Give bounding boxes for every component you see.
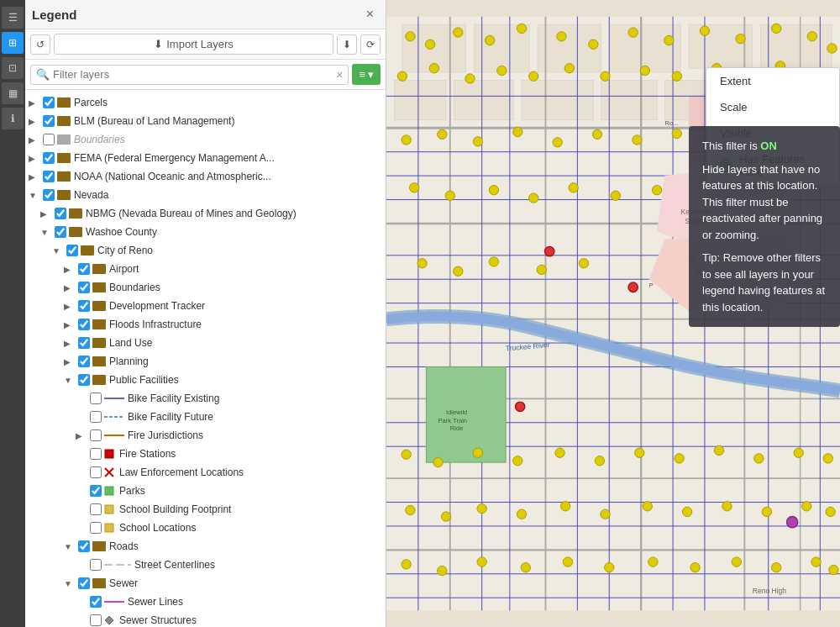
list-item[interactable]: Washoe County: [25, 223, 386, 241]
layer-checkbox[interactable]: [78, 577, 90, 589]
layer-checkbox[interactable]: [90, 393, 102, 404]
sidebar-info-btn[interactable]: ℹ: [2, 108, 24, 129]
list-item[interactable]: Boundaries: [25, 278, 386, 297]
layer-checkbox[interactable]: [78, 540, 90, 552]
list-item[interactable]: Planning: [25, 352, 386, 371]
layer-checkbox[interactable]: [43, 115, 55, 127]
list-item[interactable]: Sewer Structures: [25, 611, 386, 627]
refresh-icon: ↺: [36, 39, 45, 50]
layer-checkbox[interactable]: [78, 300, 90, 312]
filter-btn[interactable]: ≡ ▾: [352, 64, 381, 85]
chevron-icon[interactable]: [29, 98, 40, 108]
chevron-icon[interactable]: [29, 117, 40, 126]
layer-checkbox[interactable]: [90, 411, 102, 423]
svg-point-151: [826, 507, 835, 516]
list-item[interactable]: Airport: [25, 260, 386, 278]
layer-checkbox[interactable]: [43, 97, 55, 108]
layer-checkbox[interactable]: [43, 171, 55, 182]
chevron-icon[interactable]: [40, 209, 52, 219]
layer-checkbox[interactable]: [90, 522, 102, 534]
list-item[interactable]: NBMG (Nevada Bureau of Mines and Geology…: [25, 204, 386, 223]
layer-checkbox[interactable]: [90, 559, 102, 571]
layer-checkbox[interactable]: [90, 596, 102, 608]
chevron-icon[interactable]: [52, 246, 64, 256]
chevron-icon[interactable]: [76, 431, 87, 440]
layer-symbol: [104, 431, 124, 440]
layer-checkbox[interactable]: [90, 429, 102, 441]
chevron-icon[interactable]: [64, 542, 76, 551]
list-item[interactable]: Sewer Lines: [25, 593, 386, 611]
chevron-icon[interactable]: [64, 302, 76, 311]
layer-checkbox[interactable]: [90, 503, 102, 515]
import-layers-btn[interactable]: ⬇ Import Layers: [54, 34, 333, 55]
layer-checkbox[interactable]: [43, 134, 55, 145]
chevron-icon[interactable]: [64, 579, 76, 588]
sidebar-layers-btn[interactable]: ⊞: [2, 32, 24, 54]
chevron-icon[interactable]: [29, 135, 40, 145]
list-item[interactable]: City of Reno: [25, 241, 386, 260]
layer-checkbox[interactable]: [43, 189, 55, 201]
chevron-icon[interactable]: [64, 283, 76, 292]
layer-checkbox[interactable]: [90, 614, 102, 626]
svg-point-149: [762, 507, 771, 516]
list-item[interactable]: Parcels: [25, 93, 386, 112]
chevron-icon[interactable]: [64, 339, 76, 348]
layer-checkbox[interactable]: [78, 374, 90, 386]
list-item[interactable]: Fire Stations: [25, 445, 386, 463]
list-item[interactable]: Parks: [25, 482, 386, 500]
layer-checkbox[interactable]: [78, 356, 90, 367]
chevron-icon[interactable]: [64, 376, 76, 385]
list-item[interactable]: Nevada: [25, 186, 386, 204]
sidebar-table-btn[interactable]: ▦: [2, 82, 24, 104]
layer-checkbox[interactable]: [78, 319, 90, 330]
list-item[interactable]: NOAA (National Oceanic and Atmospheric..…: [25, 167, 386, 186]
chevron-icon[interactable]: [29, 172, 40, 182]
list-item[interactable]: School Building Footprint: [25, 500, 386, 519]
map-area[interactable]: Truckee River Idlewild Park Train Ride K…: [386, 0, 840, 627]
list-item[interactable]: Street Centerlines: [25, 556, 386, 574]
legend-close-btn[interactable]: ×: [361, 5, 379, 24]
list-item[interactable]: Bike Facility Existing: [25, 389, 386, 408]
search-input[interactable]: [53, 68, 336, 81]
list-item[interactable]: Development Tracker: [25, 297, 386, 315]
layer-checkbox[interactable]: [90, 448, 102, 460]
list-item[interactable]: School Locations: [25, 519, 386, 537]
layer-checkbox[interactable]: [55, 226, 66, 238]
layer-checkbox[interactable]: [78, 282, 90, 293]
list-item[interactable]: Sewer: [25, 574, 386, 593]
list-item[interactable]: Land Use: [25, 334, 386, 352]
list-item[interactable]: FEMA (Federal Emergency Management A...: [25, 149, 386, 167]
layer-checkbox[interactable]: [66, 245, 78, 256]
list-item[interactable]: Law Enforcement Locations: [25, 463, 386, 482]
filter-option-scale[interactable]: Scale: [706, 94, 839, 120]
chevron-icon[interactable]: [29, 191, 40, 200]
chevron-icon[interactable]: [64, 320, 76, 329]
chevron-icon[interactable]: [64, 265, 76, 274]
sync-btn[interactable]: ⟳: [360, 34, 381, 55]
list-item[interactable]: Fire Jurisdictions: [25, 426, 386, 445]
layer-checkbox[interactable]: [43, 152, 55, 164]
chevron-icon[interactable]: [29, 154, 40, 163]
search-clear-btn[interactable]: ×: [336, 68, 343, 82]
sidebar-menu-btn[interactable]: ☰: [2, 7, 24, 29]
list-item[interactable]: Public Facilities: [25, 371, 386, 389]
svg-point-142: [477, 503, 486, 513]
sidebar-icons: ☰ ⊞ ⊡ ▦ ℹ: [0, 0, 25, 627]
list-item[interactable]: BLM (Bureau of Land Management): [25, 112, 386, 130]
chevron-icon[interactable]: [40, 228, 52, 237]
list-item[interactable]: Floods Infrastructure: [25, 315, 386, 334]
layer-checkbox[interactable]: [90, 466, 102, 478]
filter-option-extent[interactable]: Extent: [706, 68, 839, 94]
list-item[interactable]: Boundaries: [25, 130, 386, 149]
layer-checkbox[interactable]: [78, 337, 90, 349]
filter-tooltip: This filter is ON Hide layers that have …: [689, 126, 840, 327]
extra-download-btn[interactable]: ⬇: [337, 34, 357, 55]
layer-checkbox[interactable]: [78, 263, 90, 275]
refresh-btn[interactable]: ↺: [30, 34, 50, 55]
layer-checkbox[interactable]: [90, 485, 102, 497]
list-item[interactable]: Roads: [25, 537, 386, 556]
sidebar-search-btn[interactable]: ⊡: [2, 57, 24, 79]
chevron-icon[interactable]: [64, 357, 76, 366]
list-item[interactable]: Bike Facility Future: [25, 408, 386, 426]
layer-checkbox[interactable]: [55, 208, 66, 219]
